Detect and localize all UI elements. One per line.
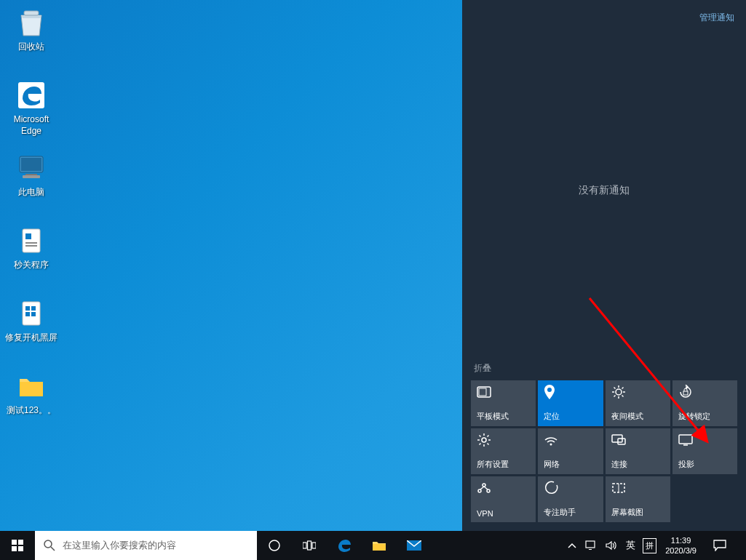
svg-line-37 (484, 487, 488, 489)
svg-rect-3 (21, 158, 41, 171)
tile-label: 旋转锁定 (678, 411, 731, 422)
tile-tablet-mode[interactable]: 平板模式 (471, 380, 536, 426)
svg-point-48 (269, 540, 279, 551)
icon-label: 修复开机黑屏 (5, 332, 57, 344)
search-box[interactable]: 在这里输入你要搜索的内容 (35, 531, 257, 560)
svg-rect-44 (12, 546, 17, 551)
svg-point-27 (482, 438, 486, 442)
tray-network[interactable] (581, 531, 601, 560)
svg-rect-6 (23, 229, 40, 252)
taskbar-app-explorer[interactable] (362, 531, 397, 560)
tile-all-settings[interactable]: 所有设置 (471, 428, 536, 474)
icon-label: Microsoft Edge (5, 114, 57, 137)
svg-rect-11 (25, 306, 30, 311)
search-placeholder: 在这里输入你要搜索的内容 (63, 539, 176, 552)
icon-label: 秒关程序 (14, 260, 49, 271)
svg-rect-14 (31, 312, 36, 316)
tile-network[interactable]: 网络 (538, 428, 603, 474)
vpn-icon (477, 481, 530, 495)
file-icon (14, 296, 49, 331)
tile-label: 夜间模式 (611, 411, 664, 422)
desktop-icon-seconds-off[interactable]: 秒关程序 (4, 222, 59, 273)
taskbar-app-mail[interactable] (397, 531, 432, 560)
action-center-body: 没有新通知 (462, 24, 746, 356)
svg-rect-42 (12, 540, 17, 545)
tray-chevron-up[interactable] (563, 531, 581, 560)
svg-rect-51 (312, 543, 316, 548)
settings-icon (477, 433, 530, 447)
desktop-icon-test-folder[interactable]: 测试123。。 (4, 367, 59, 418)
tile-label: 所有设置 (477, 459, 530, 470)
windows-icon (12, 540, 23, 551)
task-view-button[interactable] (292, 531, 327, 560)
search-icon (44, 540, 55, 551)
tray-volume[interactable] (601, 531, 622, 560)
tile-rotation-lock[interactable]: 旋转锁定 (672, 380, 737, 426)
collapse-button[interactable]: 折叠 (462, 356, 746, 380)
svg-point-46 (44, 540, 52, 548)
svg-point-28 (550, 444, 552, 446)
start-button[interactable] (0, 531, 35, 560)
action-center-header: 管理通知 (462, 0, 746, 24)
location-icon (544, 385, 597, 399)
icon-label: 此电脑 (18, 187, 44, 199)
action-center-button[interactable] (702, 540, 737, 551)
tile-location[interactable]: 定位 (538, 380, 603, 426)
tile-label: 平板模式 (477, 411, 530, 422)
connect-icon (611, 433, 664, 447)
desktop-icon-fix-boot[interactable]: 修复开机黑屏 (4, 295, 59, 345)
svg-rect-7 (25, 233, 31, 239)
svg-line-23 (622, 396, 623, 397)
system-tray: 英 拼 11:39 2020/3/9 (559, 531, 746, 560)
desktop-icon-recycle-bin[interactable]: 回收站 (4, 4, 59, 55)
recycle-bin-icon (14, 5, 49, 40)
svg-rect-9 (25, 245, 37, 247)
taskbar-app-edge[interactable] (327, 531, 362, 560)
svg-rect-4 (25, 174, 37, 175)
desktop-icon-edge[interactable]: Microsoft Edge (4, 76, 59, 138)
svg-rect-16 (479, 388, 486, 396)
project-icon (678, 433, 731, 447)
tile-connect[interactable]: 连接 (606, 428, 670, 474)
desktop-icon-this-pc[interactable]: 此电脑 (4, 149, 59, 200)
taskbar: 在这里输入你要搜索的内容 (0, 531, 746, 560)
taskbar-spacer (432, 531, 559, 560)
this-pc-icon (14, 151, 49, 185)
svg-rect-8 (25, 242, 37, 244)
tile-label: 专注助手 (544, 507, 597, 518)
tile-night-light[interactable]: 夜间模式 (606, 380, 670, 426)
svg-point-34 (478, 489, 481, 492)
svg-rect-31 (679, 435, 692, 444)
svg-line-36 (480, 487, 484, 489)
tile-label: 连接 (611, 459, 664, 470)
tile-label: 定位 (544, 411, 597, 422)
snip-icon (611, 481, 664, 495)
mail-icon (407, 540, 421, 551)
tray-ime-indicator[interactable]: 拼 (643, 538, 656, 553)
svg-rect-54 (589, 549, 592, 550)
rotation-lock-icon (678, 385, 731, 399)
network-icon (585, 540, 597, 551)
tray-ime-lang[interactable]: 英 (622, 531, 640, 560)
tile-label: VPN (477, 509, 530, 518)
icon-label: 回收站 (18, 41, 44, 53)
svg-rect-12 (31, 306, 36, 311)
no-notifications-text: 没有新通知 (579, 184, 630, 197)
quick-actions-grid: 平板模式 定位 夜间模式 旋转锁定 所有设置 (462, 380, 746, 531)
svg-rect-0 (24, 11, 39, 15)
tile-project[interactable]: 投影 (672, 428, 737, 474)
manage-notifications-link[interactable]: 管理通知 (699, 12, 734, 24)
svg-point-17 (616, 389, 622, 395)
edge-icon (336, 537, 352, 553)
folder-icon (14, 369, 49, 404)
date-text: 2020/3/9 (665, 545, 697, 556)
tile-focus-assist[interactable]: 专注助手 (538, 476, 603, 522)
tile-vpn[interactable]: VPN (471, 476, 536, 522)
clock[interactable]: 11:39 2020/3/9 (659, 535, 702, 556)
edge-icon (14, 78, 49, 113)
tile-screen-snip[interactable]: 屏幕截图 (606, 476, 670, 522)
cortana-button[interactable] (257, 531, 292, 560)
time-text: 11:39 (671, 535, 691, 545)
svg-point-33 (483, 484, 485, 487)
folder-icon (372, 540, 386, 551)
